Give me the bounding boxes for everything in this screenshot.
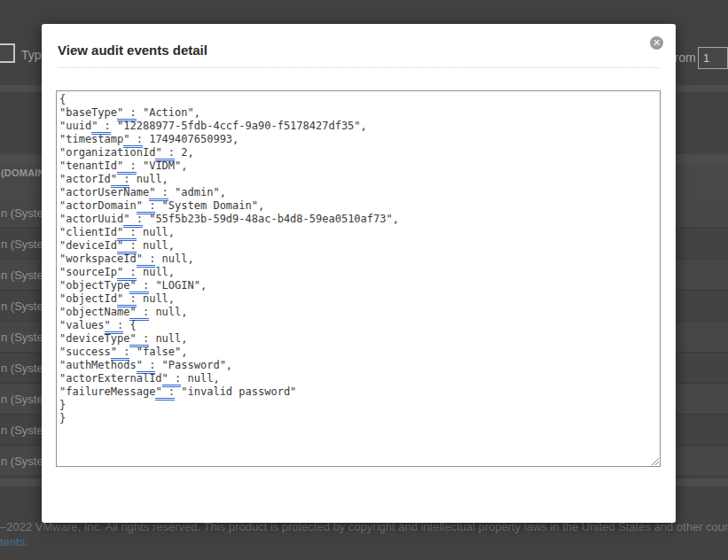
json-line: "tenantId" : "VIDM", bbox=[59, 159, 657, 173]
json-line: "baseType" : "Action", bbox=[59, 106, 657, 120]
row-cell-text: n (Syste bbox=[0, 415, 43, 437]
json-line: "sourceIp" : null, bbox=[59, 266, 657, 279]
title-divider bbox=[58, 67, 660, 68]
json-line: "deviceId" : null, bbox=[59, 239, 657, 253]
footer-patents-link: tents. bbox=[0, 535, 28, 548]
type-checkbox bbox=[0, 43, 15, 63]
row-cell-text: n (Syste bbox=[0, 322, 43, 344]
row-cell-text: n (Syste bbox=[0, 384, 43, 406]
row-cell-text: n (Syste bbox=[0, 198, 43, 220]
row-cell-text: n (Syste bbox=[0, 446, 43, 468]
view-audit-events-modal: View audit events detail ✕ {"baseType" :… bbox=[42, 24, 676, 523]
row-cell-text: n (Syste bbox=[0, 260, 43, 282]
domain-column-header: (DOMAIN bbox=[1, 167, 45, 178]
json-line: "deviceType" : null, bbox=[59, 332, 657, 346]
json-line: } bbox=[59, 412, 657, 425]
json-line: { bbox=[59, 93, 657, 106]
json-line: "objectType" : "LOGIN", bbox=[59, 279, 657, 292]
json-line: "success" : "false", bbox=[59, 346, 657, 359]
json-line: "objectId" : null, bbox=[59, 292, 657, 306]
json-line: "objectName" : null, bbox=[59, 306, 657, 319]
resize-handle-icon[interactable] bbox=[650, 456, 659, 465]
json-line: "workspaceId" : null, bbox=[59, 253, 657, 266]
json-line: "actorDomain" : "System Domain", bbox=[59, 199, 657, 213]
row-cell-text: n (Syste bbox=[0, 291, 43, 313]
json-content: {"baseType" : "Action","uuid" : "1228897… bbox=[59, 93, 657, 425]
json-line: "actorId" : null, bbox=[59, 173, 657, 186]
json-line: "actorUuid" : "55f5b23b-59d9-48ac-b4d8-5… bbox=[59, 213, 657, 226]
close-button[interactable]: ✕ bbox=[650, 36, 664, 51]
json-line: "clientId" : null, bbox=[59, 226, 657, 239]
json-line: "uuid" : "12288977-5fdb-4ccf-9a90-f51784… bbox=[59, 120, 657, 133]
json-line: "authMethods" : "Password", bbox=[59, 359, 657, 372]
json-line: } bbox=[59, 399, 657, 412]
json-line: "actorUserName" : "admin", bbox=[59, 186, 657, 199]
audit-events-page: Type From 1 (DOMAIN n (Systen (Systen (S… bbox=[0, 0, 728, 560]
json-line: "timestamp" : 1749407650993, bbox=[59, 133, 657, 146]
json-line: "actorExternalId" : null, bbox=[59, 372, 657, 385]
spellcheck-underline: " : bbox=[155, 385, 175, 401]
from-input: 1 bbox=[698, 47, 728, 69]
json-line: "organizationId" : 2, bbox=[59, 146, 657, 159]
json-line: "failureMessage" : "invalid password" bbox=[59, 385, 657, 399]
close-icon: ✕ bbox=[650, 36, 663, 50]
row-cell-text: n (Syste bbox=[0, 229, 43, 251]
json-line: "values" : { bbox=[59, 319, 657, 332]
row-cell-text: n (Syste bbox=[0, 353, 43, 375]
audit-json-textarea[interactable]: {"baseType" : "Action","uuid" : "1228897… bbox=[56, 90, 661, 467]
modal-title: View audit events detail bbox=[58, 43, 207, 58]
